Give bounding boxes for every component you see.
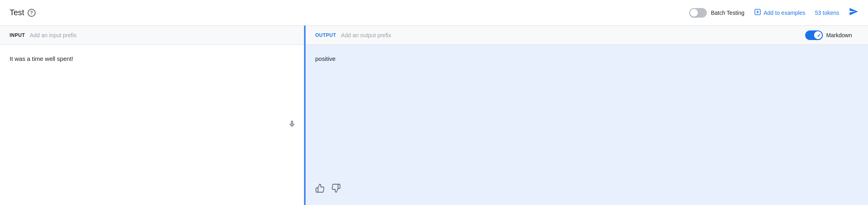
main-content: It was a time well spent! positive xyxy=(0,45,868,205)
input-section-header: INPUT Add an input prefix xyxy=(0,32,304,38)
batch-testing-toggle[interactable] xyxy=(689,8,707,18)
mic-icon[interactable] xyxy=(288,120,296,130)
input-label: INPUT xyxy=(10,32,25,38)
add-to-examples-button[interactable]: Add to examples xyxy=(754,8,805,17)
page-title: Test xyxy=(10,8,24,17)
top-bar: Test ? Batch Testing Add to examples 53 … xyxy=(0,0,868,26)
thumbs-down-icon[interactable] xyxy=(331,183,341,195)
output-label: OUTPUT xyxy=(315,32,336,38)
add-to-examples-label: Add to examples xyxy=(764,10,805,16)
output-area: positive xyxy=(306,45,868,205)
send-icon[interactable] xyxy=(849,7,858,19)
feedback-icons xyxy=(315,183,341,195)
add-to-examples-icon xyxy=(754,8,761,17)
output-text: positive xyxy=(315,54,858,64)
batch-testing-toggle-group: Batch Testing xyxy=(689,8,744,18)
output-section-header: OUTPUT Add an output prefix ✓ Markdown xyxy=(306,30,868,40)
toggle-check-icon: ✓ xyxy=(817,32,821,38)
markdown-label: Markdown xyxy=(826,32,852,38)
markdown-toggle-group: ✓ Markdown xyxy=(805,30,858,40)
batch-testing-label: Batch Testing xyxy=(711,10,744,16)
tokens-count[interactable]: 53 tokens xyxy=(815,10,839,16)
input-area[interactable]: It was a time well spent! xyxy=(0,45,304,205)
help-icon[interactable]: ? xyxy=(28,9,36,17)
io-bar: INPUT Add an input prefix OUTPUT Add an … xyxy=(0,26,868,45)
top-bar-left: Test ? xyxy=(10,8,36,17)
input-text: It was a time well spent! xyxy=(10,54,294,64)
top-bar-right: Batch Testing Add to examples 53 tokens xyxy=(689,7,858,19)
output-prefix-field[interactable]: Add an output prefix xyxy=(341,32,391,38)
input-prefix-field[interactable]: Add an input prefix xyxy=(30,32,77,38)
markdown-toggle[interactable]: ✓ xyxy=(805,30,823,40)
thumbs-up-icon[interactable] xyxy=(315,183,325,195)
